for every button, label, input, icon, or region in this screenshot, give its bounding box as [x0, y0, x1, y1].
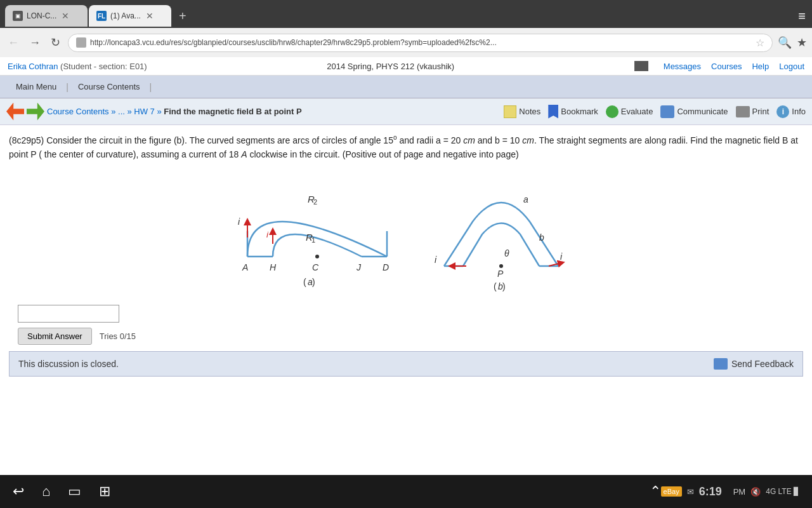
send-feedback-icon [714, 358, 728, 370]
svg-text:(: ( [303, 277, 306, 287]
course-contents-menu-item[interactable]: Course Contents [70, 76, 148, 97]
print-icon [736, 106, 750, 117]
figure-b: P a b θ i i ( b ) [425, 168, 577, 295]
svg-text:1: 1 [311, 236, 315, 244]
user-role: (Student - section: E01) [60, 62, 147, 71]
svg-point-23 [499, 264, 503, 268]
bookmark-star-icon[interactable]: ☆ [756, 37, 764, 49]
refresh-button[interactable]: ↻ [48, 33, 63, 52]
tab-1-icon: ▣ [13, 11, 23, 21]
status-bar: ↩ ⌂ ▭ ⊞ ⌃ eBay ✉ 6:19 PM 🔇 4G LTE ▊ [0, 475, 812, 508]
nav-separator-2: | [150, 82, 152, 92]
mail-icon: ✉ [687, 487, 694, 497]
tab-2[interactable]: FL (1) Ava... ✕ [89, 5, 171, 27]
svg-text:i: i [238, 217, 240, 227]
messages-link[interactable]: Messages [664, 62, 701, 71]
search-button[interactable]: 🔍 [778, 36, 792, 50]
svg-text:(: ( [494, 281, 497, 291]
print-label: Print [752, 107, 769, 116]
tab-1-close[interactable]: ✕ [62, 11, 69, 21]
svg-text:i: i [560, 251, 563, 262]
home-button[interactable]: ⌂ [42, 483, 50, 500]
svg-text:θ: θ [504, 248, 509, 258]
tab-2-label: (1) Ava... [110, 11, 141, 20]
submit-button[interactable]: Submit Answer [18, 328, 92, 345]
svg-text:P: P [497, 269, 504, 279]
svg-text:b: b [539, 232, 544, 243]
print-action[interactable]: Print [736, 106, 769, 117]
tab-bar: ▣ LON-C... ✕ FL (1) Ava... ✕ + ≡ [0, 0, 812, 28]
svg-text:i: i [266, 230, 269, 239]
content-area: (8c29p5) Consider the circuit in the fig… [0, 125, 812, 384]
toolbar-forward-button[interactable] [27, 103, 44, 121]
bookmark-action[interactable]: Bookmark [548, 105, 598, 119]
header-actions: Messages Courses Help Logout [634, 61, 804, 71]
url-security-icon [76, 37, 86, 48]
nav-separator-1: | [66, 82, 69, 92]
tab-1-label: LON-C... [27, 11, 56, 20]
svg-text:2: 2 [313, 198, 317, 206]
user-info: Erika Cothran (Student - section: E01) [8, 62, 147, 71]
communicate-label: Communicate [677, 107, 728, 116]
notes-action[interactable]: Notes [504, 105, 540, 118]
breadcrumb: Course Contents » ... » HW 7 » Find the … [47, 107, 501, 116]
info-label: Info [792, 107, 806, 116]
help-link[interactable]: Help [752, 62, 769, 71]
back-nav-button[interactable]: ↩ [13, 483, 24, 500]
status-ampm: PM [733, 487, 746, 497]
tries-text: Tries 0/15 [100, 331, 136, 341]
breadcrumb-link[interactable]: Course Contents [47, 107, 109, 116]
toolbar-back-button[interactable] [6, 103, 24, 121]
back-button[interactable]: ← [5, 34, 22, 52]
bookmark-label: Bookmark [561, 107, 598, 116]
problem-id: (8c29p5) [9, 135, 46, 145]
signal-icon: 4G LTE ▊ [766, 487, 799, 496]
svg-text:): ) [502, 281, 506, 291]
toolbar-actions: Notes Bookmark Evaluate Communicate Prin… [504, 105, 806, 119]
status-icons: eBay ✉ 6:19 PM 🔇 4G LTE ▊ [661, 485, 799, 498]
answer-area: Submit Answer Tries 0/15 [18, 305, 794, 345]
evaluate-action[interactable]: Evaluate [606, 105, 653, 118]
communicate-action[interactable]: Communicate [660, 105, 728, 118]
send-feedback-label: Send Feedback [731, 359, 794, 369]
url-box[interactable]: http://loncapa3.vcu.edu/res/sc/gblanpied… [68, 34, 773, 52]
nav-menu: Main Menu | Course Contents | [0, 76, 812, 98]
svg-text:A: A [242, 262, 248, 272]
page-header: Erika Cothran (Student - section: E01) 2… [0, 57, 812, 76]
figure-b-svg: P a b θ i i ( b ) [425, 168, 577, 295]
svg-text:i: i [435, 255, 437, 265]
browser-menu-icon[interactable]: ≡ [798, 9, 806, 23]
breadcrumb-separator: » ... » HW 7 » [111, 107, 164, 116]
bookmarks-button[interactable]: ★ [797, 36, 807, 50]
notes-label: Notes [519, 107, 540, 116]
svg-text:J: J [356, 262, 362, 272]
shop-icon: eBay [661, 486, 682, 497]
problem-text: (8c29p5) Consider the circuit in the fig… [9, 133, 803, 161]
svg-point-8 [315, 255, 319, 258]
answer-input[interactable] [18, 305, 119, 323]
new-tab-button[interactable]: + [173, 6, 193, 26]
courses-link[interactable]: Courses [711, 62, 742, 71]
evaluate-icon [606, 105, 619, 118]
address-bar: ← → ↻ http://loncapa3.vcu.edu/res/sc/gbl… [0, 28, 812, 57]
username: Erika Cothran [8, 62, 58, 71]
multitask-button[interactable]: ▭ [68, 483, 81, 500]
forward-button[interactable]: → [27, 34, 43, 52]
main-menu-item[interactable]: Main Menu [8, 76, 65, 97]
info-action[interactable]: i Info [776, 105, 806, 118]
svg-text:H: H [270, 262, 277, 272]
tab-2-close[interactable]: ✕ [146, 11, 154, 21]
course-title: 2014 Spring, PHYS 212 (vkaushik) [147, 62, 634, 71]
discussion-bar: This discussion is closed. Send Feedback [9, 351, 803, 377]
tab-1[interactable]: ▣ LON-C... ✕ [5, 5, 88, 27]
up-button[interactable]: ⌃ [650, 483, 661, 500]
answer-row: Submit Answer Tries 0/15 [18, 328, 794, 345]
toolbar: Course Contents » ... » HW 7 » Find the … [0, 98, 812, 125]
figure-a-svg: R 2 R 1 A H C J D ( a ) i [235, 168, 400, 295]
bookmark-icon [548, 105, 558, 119]
grid-button[interactable]: ⊞ [99, 483, 110, 500]
logout-link[interactable]: Logout [779, 62, 804, 71]
notes-icon [504, 105, 516, 118]
send-feedback-button[interactable]: Send Feedback [714, 358, 794, 370]
mute-icon: 🔇 [750, 487, 761, 497]
